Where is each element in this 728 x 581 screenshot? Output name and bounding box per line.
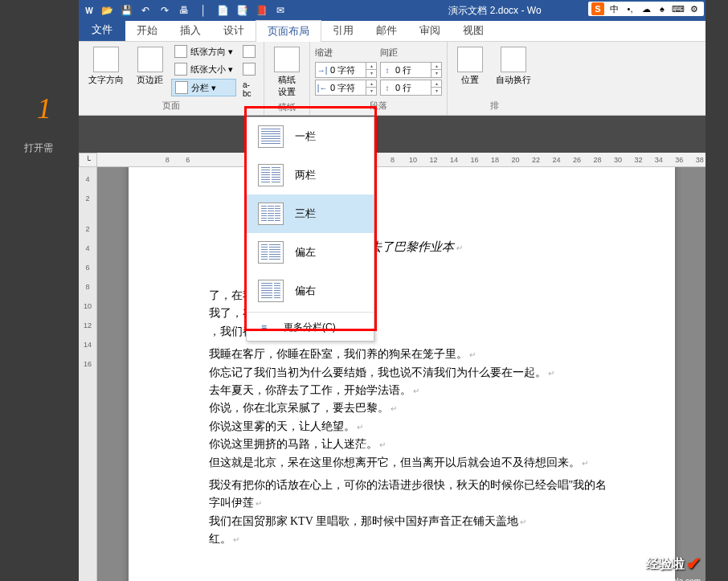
word-app-icon: W [82, 3, 96, 18]
wrap-button[interactable]: 自动换行 [491, 43, 536, 89]
tab-file[interactable]: 文件 [79, 18, 125, 41]
tab-view[interactable]: 视图 [452, 20, 495, 41]
manuscript-label-2: 设置 [278, 86, 296, 98]
document-line[interactable]: 你忘记了我们当初为什么要结婚，我也说不清我们为什么要在一起。 [209, 364, 611, 382]
ruler-tick: 30 [612, 156, 624, 164]
paragraph-group-label: 段落 [315, 100, 442, 113]
horizontal-ruler[interactable]: 862468101214161820222426283032343638 [97, 153, 706, 167]
left-sidebar: 1 打开需 [0, 0, 79, 581]
spin-up[interactable]: ▴ [366, 63, 376, 70]
document-line[interactable]: 但这就是北京，呆在这里你想离开它，但当离开以后就会迫不及待想回来。 [209, 454, 611, 472]
manuscript-button[interactable]: 稿纸 设置 [269, 43, 305, 101]
ruler-tick: 16 [468, 156, 480, 164]
spin-down[interactable]: ▾ [366, 88, 376, 95]
document-line[interactable]: 你说这里拥挤的马路，让人迷茫。 [209, 436, 611, 453]
spin-down[interactable]: ▾ [366, 70, 376, 77]
qat-undo-icon[interactable]: ↶ [138, 3, 153, 18]
qat-open-icon[interactable]: 📂 [100, 3, 114, 18]
ime-keyboard-icon[interactable]: ⌨ [672, 2, 685, 15]
size-icon [174, 63, 187, 76]
manuscript-group-label: 稿纸 [269, 101, 305, 115]
text-direction-label: 文字方向 [88, 74, 124, 86]
spacing-after-input[interactable] [394, 83, 431, 92]
ruler-tick: 4 [85, 175, 89, 183]
qat-pdf-icon[interactable]: 📕 [254, 3, 268, 18]
vertical-ruler[interactable]: 42246810121416 [79, 167, 97, 581]
indent-right-input[interactable] [329, 83, 366, 92]
document-area[interactable]: 你去了巴黎作业本 了，在我们结婚两年以后。我了，在我们结婚两年以后。，我们都没说… [97, 167, 706, 581]
margins-button[interactable]: 页边距 [132, 43, 168, 89]
document-line[interactable]: 你说这里雾的天，让人绝望。 [209, 418, 611, 436]
spin-down[interactable]: ▾ [431, 70, 441, 77]
group-arrange: 位置 自动换行 排 [448, 42, 541, 115]
margins-label: 页边距 [137, 74, 163, 86]
tab-references[interactable]: 引用 [321, 20, 365, 41]
spacing-before-spinner[interactable]: ↕ ▴▾ [380, 62, 442, 78]
ime-logo-icon[interactable]: S [591, 2, 604, 15]
indent-left-input[interactable] [329, 65, 366, 75]
ruler-tick: 20 [509, 156, 521, 164]
ime-mic-icon[interactable]: ♠ [656, 2, 669, 15]
line-numbers-button[interactable] [239, 61, 259, 77]
qat-save-icon[interactable]: 💾 [119, 3, 133, 18]
ruler-tick: 34 [653, 156, 665, 164]
spin-down[interactable]: ▾ [431, 88, 441, 95]
spin-up[interactable]: ▴ [431, 80, 441, 88]
tab-home[interactable]: 开始 [125, 20, 169, 41]
indent-left-icon: →| [316, 63, 329, 76]
qat-mail-icon[interactable]: ✉ [273, 3, 288, 18]
breaks-button[interactable] [239, 43, 259, 59]
tab-design[interactable]: 设计 [212, 20, 256, 41]
document-line[interactable]: 你说，你在北京呆腻了，要去巴黎。 [209, 399, 611, 417]
ime-lang[interactable]: 中 [607, 2, 620, 15]
document-line[interactable]: 我没有把你的话放在心上，可你的法语进步很快，秋天的时候你已经会唱"我的名字叫伊莲 [209, 477, 611, 513]
indent-right-spinner[interactable]: |← ▴▾ [315, 80, 377, 96]
ime-punct[interactable]: •, [624, 2, 636, 15]
ime-settings-icon[interactable]: ⚙ [688, 2, 701, 15]
position-button[interactable]: 位置 [452, 43, 488, 89]
ruler-tick: 8 [85, 283, 89, 291]
indent-right-icon: |← [316, 81, 329, 94]
spin-up[interactable]: ▴ [366, 80, 376, 88]
columns-right[interactable]: 偏右 [247, 272, 374, 310]
document-line[interactable]: 去年夏天，你辞去了工作，开始学法语。 [209, 382, 611, 399]
columns-label: 分栏 ▾ [191, 82, 216, 94]
ime-toolbar[interactable]: S 中 •, ☁ ♠ ⌨ ⚙ [588, 2, 704, 16]
page[interactable]: 你去了巴黎作业本 了，在我们结婚两年以后。我了，在我们结婚两年以后。，我们都没说… [129, 167, 675, 581]
text-direction-button[interactable]: 文字方向 [84, 43, 129, 89]
qat-redo-icon[interactable]: ↷ [157, 3, 172, 18]
ruler-tick: 4 [85, 244, 89, 252]
tab-mailings[interactable]: 邮件 [365, 20, 408, 41]
orientation-button[interactable]: 纸张方向 ▾ [171, 43, 236, 59]
document-line[interactable]: 红。 [209, 530, 611, 548]
watermark-check-icon: ✔ [686, 554, 701, 575]
qat-print-icon[interactable]: 🖶 [177, 3, 191, 18]
columns-left[interactable]: 偏左 [247, 233, 374, 272]
document-line[interactable]: 我睡在客厅，你睡在卧室，我们养的狗呆在笼子里。 [209, 346, 611, 363]
columns-one[interactable]: 一栏 [247, 117, 374, 156]
spin-up[interactable]: ▴ [431, 63, 441, 70]
ime-cloud-icon[interactable]: ☁ [640, 2, 652, 15]
ruler-tick: 10 [84, 302, 92, 310]
ruler-tick: 38 [694, 156, 706, 164]
group-manuscript: 稿纸 设置 稿纸 [264, 42, 310, 115]
ruler-corner[interactable]: └ [79, 153, 97, 167]
columns-button[interactable]: 分栏 ▾ [171, 79, 236, 96]
tab-insert[interactable]: 插入 [169, 20, 212, 41]
spacing-after-spinner[interactable]: ↕ ▴▾ [380, 80, 442, 96]
orientation-icon [174, 45, 187, 58]
size-button[interactable]: 纸张大小 ▾ [171, 61, 236, 77]
spacing-before-input[interactable] [394, 65, 431, 75]
columns-one-label: 一栏 [295, 129, 316, 144]
qat-doc-icon[interactable]: 📑 [235, 3, 249, 18]
quick-access-toolbar: 📂 💾 ↶ ↷ 🖶 │ 📄 📑 📕 ✉ [100, 3, 288, 18]
tab-review[interactable]: 审阅 [408, 20, 452, 41]
columns-three[interactable]: 三栏 [247, 194, 374, 233]
columns-more[interactable]: 更多分栏(C)... [247, 314, 374, 341]
hyphenation-button[interactable]: a-bc [239, 79, 259, 100]
indent-left-spinner[interactable]: →| ▴▾ [315, 62, 377, 78]
tab-layout[interactable]: 页面布局 [256, 20, 321, 42]
columns-two[interactable]: 两栏 [247, 156, 374, 194]
document-line[interactable]: 我们在国贸那家 KTV 里唱歌，那时候中国好声音正在铺天盖地 [209, 513, 611, 530]
qat-new-icon[interactable]: 📄 [215, 3, 230, 18]
